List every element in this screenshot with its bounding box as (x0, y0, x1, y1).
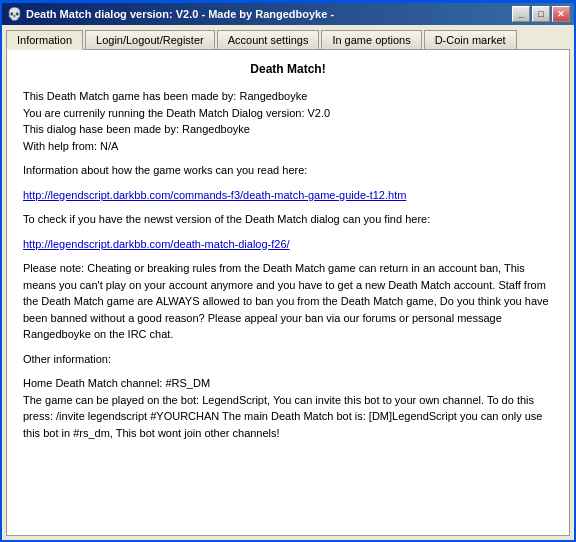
maximize-button[interactable]: □ (532, 6, 550, 22)
other-lines: Home Death Match channel: #RS_DM The gam… (23, 375, 553, 441)
line2: You are currenily running the Death Matc… (23, 107, 330, 119)
title-bar-buttons: _ □ ✕ (512, 6, 570, 22)
tab-dcoin[interactable]: D-Coin market (424, 30, 517, 50)
content-area: Death Match! This Death Match game has b… (6, 49, 570, 536)
other-label: Other information: (23, 351, 553, 368)
tab-login[interactable]: Login/Logout/Register (85, 30, 215, 50)
link2[interactable]: http://legendscript.darkbb.com/death-mat… (23, 238, 290, 250)
close-button[interactable]: ✕ (552, 6, 570, 22)
title-bar: 💀 Death Match dialog version: V2.0 - Mad… (2, 3, 574, 25)
info-label: Information about how the game works can… (23, 162, 553, 179)
tab-account[interactable]: Account settings (217, 30, 320, 50)
title-bar-left: 💀 Death Match dialog version: V2.0 - Mad… (6, 6, 334, 22)
warning-text: Please note: Cheating or breaking rules … (23, 260, 553, 343)
tab-bar: Information Login/Logout/Register Accoun… (2, 25, 574, 49)
minimize-button[interactable]: _ (512, 6, 530, 22)
line3: This dialog hase been made by: Rangedboy… (23, 123, 250, 135)
content-title: Death Match! (23, 62, 553, 76)
info-lines: This Death Match game has been made by: … (23, 88, 553, 154)
link1[interactable]: http://legendscript.darkbb.com/commands-… (23, 189, 406, 201)
other-info: Other information: Home Death Match chan… (23, 351, 553, 442)
link2-container: http://legendscript.darkbb.com/death-mat… (23, 236, 553, 253)
other-line1: Home Death Match channel: #RS_DM (23, 377, 210, 389)
tab-information[interactable]: Information (6, 30, 83, 50)
tab-ingame[interactable]: In game options (321, 30, 421, 50)
window-title: Death Match dialog version: V2.0 - Made … (26, 8, 334, 20)
window-icon: 💀 (6, 6, 22, 22)
line1: This Death Match game has been made by: … (23, 90, 307, 102)
link1-container: http://legendscript.darkbb.com/commands-… (23, 187, 553, 204)
line4: With help from: N/A (23, 140, 118, 152)
content-body: This Death Match game has been made by: … (23, 88, 553, 441)
check-label: To check if you have the newst version o… (23, 211, 553, 228)
other-line2: The game can be played on the bot: Legen… (23, 394, 542, 439)
main-window: 💀 Death Match dialog version: V2.0 - Mad… (0, 0, 576, 542)
